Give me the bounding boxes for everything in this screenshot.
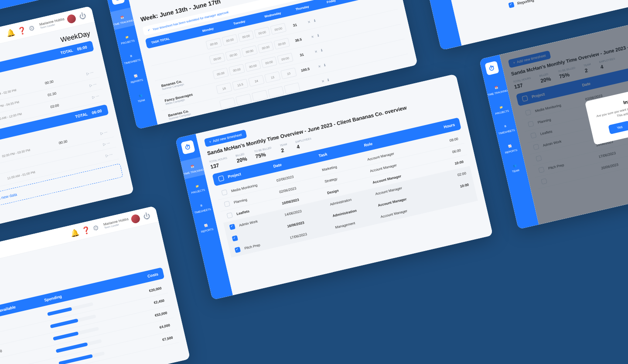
hour-cell[interactable] <box>252 90 268 102</box>
play-icon[interactable]: ▷ <box>102 142 106 146</box>
power-icon[interactable]: ⏻ <box>78 11 88 21</box>
hour-cell[interactable]: 00:00 <box>257 41 274 53</box>
play-icon[interactable]: ▷ <box>100 131 104 136</box>
avatar <box>66 14 77 24</box>
delete-icon[interactable]: ✕ <box>321 79 325 83</box>
more-icon[interactable]: ⋯ <box>104 130 108 135</box>
bell-icon[interactable]: 🔔 <box>6 28 15 37</box>
play-icon[interactable]: ▷ <box>89 83 92 88</box>
hour-cell[interactable]: 00:00 <box>273 38 290 50</box>
download-icon[interactable]: ⬇ <box>327 78 331 82</box>
hour-cell[interactable] <box>284 82 300 94</box>
hour-cell[interactable]: 00:00 <box>225 49 242 61</box>
hour-cell[interactable]: 05:00 <box>212 68 229 79</box>
task-row[interactable]: Reporting <box>508 0 628 10</box>
hour-cell[interactable]: 00:00 <box>238 31 254 42</box>
play-icon[interactable]: ▷ <box>86 71 90 75</box>
download-icon[interactable]: ⬇ <box>313 18 317 23</box>
hour-cell[interactable] <box>268 86 284 98</box>
download-icon[interactable]: ⬇ <box>316 33 320 37</box>
hour-cell[interactable]: 00:00 <box>229 64 245 75</box>
delete-icon[interactable]: ✕ <box>307 20 311 24</box>
hour-cell[interactable]: 10 <box>280 68 297 79</box>
hour-cell[interactable]: 18 <box>216 82 232 94</box>
hour-cell[interactable]: 00:00 <box>241 45 258 57</box>
play-icon[interactable]: ▷ <box>92 95 95 99</box>
delete-icon[interactable]: ✕ <box>311 34 314 39</box>
hour-cell[interactable] <box>236 94 252 105</box>
delete-icon[interactable]: ✕ <box>317 64 321 68</box>
hour-cell[interactable]: 00:00 <box>222 34 238 46</box>
hour-cell[interactable]: 00:00 <box>254 27 270 38</box>
team-card: ⏱ 📅TIME TRACKING 📁PROJECTS 🔔❓⚙ Marianne … <box>0 206 190 364</box>
help-icon[interactable]: ❓ <box>17 25 26 35</box>
more-icon[interactable]: ⋯ <box>90 70 94 75</box>
more-icon[interactable]: ⋯ <box>106 141 110 146</box>
hour-cell[interactable]: 00:00 <box>261 56 277 68</box>
delete-icon[interactable]: ✕ <box>314 49 318 54</box>
hour-cell[interactable]: 00:00 <box>205 38 222 50</box>
more-icon[interactable]: ⋯ <box>92 82 97 87</box>
hour-cell[interactable]: 00:00 <box>277 53 294 65</box>
hour-cell[interactable]: 00:00 <box>270 23 287 35</box>
hour-cell[interactable] <box>219 97 236 109</box>
more-icon[interactable]: ⋯ <box>95 94 99 99</box>
hour-cell[interactable]: 00:00 <box>245 60 261 72</box>
more-icon[interactable]: ⋯ <box>109 152 113 157</box>
hour-cell[interactable]: 00:00 <box>209 53 225 65</box>
modal-yes[interactable]: Yes <box>608 121 628 134</box>
download-icon[interactable]: ⬇ <box>320 48 324 52</box>
hour-cell[interactable]: 13.5 <box>232 79 249 91</box>
gear-icon[interactable]: ⚙ <box>28 23 38 33</box>
play-icon[interactable]: ▷ <box>105 153 109 157</box>
hour-cell[interactable]: 24 <box>248 75 265 87</box>
download-icon[interactable]: ⬇ <box>323 63 327 67</box>
hour-cell[interactable]: 13 <box>264 71 281 83</box>
invoice-modal: Invoicing Are you sure you want selected… <box>585 80 628 145</box>
daily-card: 🔔 ❓ ⚙ Marianne HobbsTeam Leader ⏻ WeekDa… <box>0 6 134 249</box>
task-checkbox[interactable] <box>508 2 514 8</box>
